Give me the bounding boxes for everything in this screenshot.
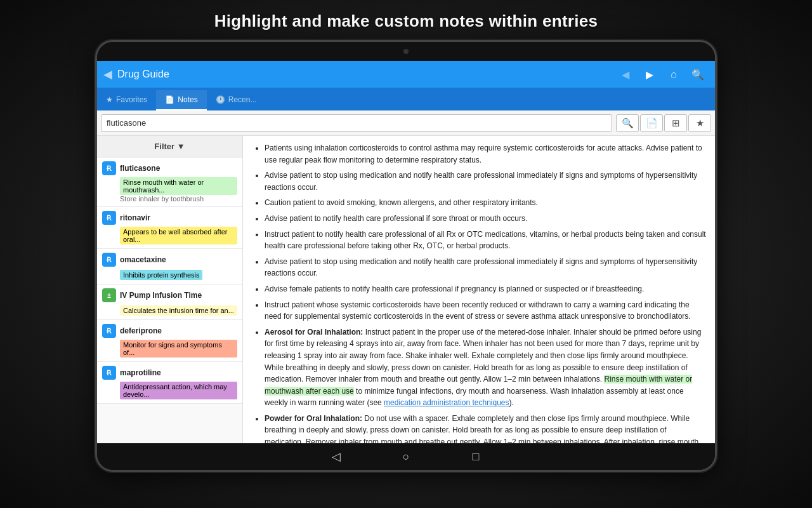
note-highlight-omacetaxine: Inhibits protein synthesis (120, 270, 202, 280)
tab-recent-label: Recen... (228, 95, 257, 104)
note-highlight-fluticasone: Rinse mouth with water or mouthwash... (120, 177, 237, 195)
drug-name-maprotiline: maprotiline (120, 368, 161, 377)
filter-bar[interactable]: Filter ▼ (97, 136, 242, 157)
home-button[interactable]: ⌂ (663, 64, 684, 85)
search-magnify-button[interactable]: 🔍 (616, 114, 639, 132)
tablet-top-bar (97, 42, 715, 61)
nav-next-button[interactable]: ▶ (639, 64, 660, 85)
search-doc-button[interactable]: 📄 (640, 114, 663, 132)
nav-prev-button[interactable]: ◀ (615, 64, 636, 85)
drug-icon-deferiprone: Ɍ (102, 324, 116, 338)
drug-icon-fluticasone: Ɍ (102, 161, 116, 175)
search-button[interactable]: 🔍 (687, 64, 709, 85)
bullet-1: Patients using inhalation corticosteroid… (265, 142, 706, 166)
note-highlight-ivpump: Calculates the infusion time for an... (120, 305, 237, 316)
sidebar: Filter ▼ Ɍ fluticasone Rinse mouth with … (97, 136, 243, 443)
android-home-button[interactable]: ○ (396, 447, 416, 466)
drug-name-ivpump: IV Pump Infusion Time (120, 291, 202, 300)
sidebar-item-ivpump[interactable]: ± IV Pump Infusion Time Calculates the i… (97, 284, 242, 320)
drug-icon-omacetaxine: Ɍ (102, 253, 116, 267)
drug-name-omacetaxine: omacetaxine (120, 255, 166, 264)
sidebar-item-ritonavir[interactable]: Ɍ ritonavir Appears to be well absorbed … (97, 207, 242, 249)
bullet-6: Advise patient to stop using medication … (265, 256, 706, 279)
drug-icon-ritonavir: Ɍ (102, 211, 116, 225)
tab-notes-label: Notes (178, 95, 197, 104)
highlighted-rinse-text: Rinse mouth with water or mouthwash afte… (265, 375, 692, 396)
tab-favorites[interactable]: ★ Favorites (97, 90, 156, 110)
content-pane[interactable]: Patients using inhalation corticosteroid… (243, 136, 715, 443)
page-header: Highlight and make custom notes within e… (202, 0, 611, 40)
sidebar-item-deferiprone[interactable]: Ɍ deferiprone Monitor for signs and symp… (97, 320, 242, 362)
search-input-wrapper[interactable]: fluticasone (101, 114, 612, 132)
app-title: Drug Guide (117, 69, 615, 80)
content-list: Patients using inhalation corticosteroid… (252, 142, 706, 443)
drug-name-deferiprone: deferiprone (120, 326, 162, 335)
bullet-3: Caution patient to avoid smoking, known … (265, 197, 706, 209)
drug-name-fluticasone: fluticasone (120, 164, 160, 173)
android-apps-button[interactable]: □ (466, 447, 485, 466)
search-grid-button[interactable]: ⊞ (664, 114, 687, 132)
bullet-4: Advise patient to notify health care pro… (265, 213, 706, 225)
android-back-button[interactable]: ◁ (327, 447, 346, 466)
note-highlight-deferiprone: Monitor for signs and symptoms of... (120, 340, 237, 358)
search-value: fluticasone (107, 118, 606, 128)
bullet-aerosol: Aerosol for Oral Inhalation: Instruct pa… (265, 326, 706, 409)
tablet-wrapper: ◀ Drug Guide ◀ ▶ ⌂ 🔍 ★ Favorites 📄 Notes… (95, 40, 717, 472)
sidebar-item-fluticasone[interactable]: Ɍ fluticasone Rinse mouth with water or … (97, 157, 242, 207)
tab-favorites-label: Favorites (116, 95, 147, 104)
drug-icon-maprotiline: Ɍ (102, 366, 116, 380)
bullet-8: Instruct patient whose systemic corticos… (265, 299, 706, 323)
drug-icon-ivpump: ± (102, 288, 116, 302)
header-nav: ◀ ▶ ⌂ 🔍 (615, 64, 709, 85)
app-header: ◀ Drug Guide ◀ ▶ ⌂ 🔍 (97, 61, 715, 88)
note-highlight-maprotiline: Antidepressant action, which may develo.… (120, 382, 237, 399)
drug-name-ritonavir: ritonavir (120, 213, 150, 222)
sidebar-item-omacetaxine[interactable]: Ɍ omacetaxine Inhibits protein synthesis (97, 249, 242, 284)
tablet-camera (403, 49, 409, 54)
tab-recent[interactable]: 🕐 Recen... (207, 90, 266, 110)
tablet-screen: ◀ Drug Guide ◀ ▶ ⌂ 🔍 ★ Favorites 📄 Notes… (97, 61, 715, 443)
bullet-2: Advise patient to stop using medication … (265, 170, 706, 193)
tab-notes[interactable]: 📄 Notes (156, 90, 206, 110)
search-bar: fluticasone 🔍 📄 ⊞ ★ (97, 110, 715, 136)
sidebar-item-maprotiline[interactable]: Ɍ maprotiline Antidepressant action, whi… (97, 362, 242, 404)
link-admin-techniques-1[interactable]: medication administration techniques (384, 398, 509, 407)
recent-icon: 🕐 (216, 95, 225, 104)
bullet-powder: Powder for Oral Inhalation: Do not use w… (265, 413, 706, 443)
back-button[interactable]: ◀ (103, 67, 112, 81)
bullet-5: Instruct patient to notify health care p… (265, 229, 706, 252)
search-star-button[interactable]: ★ (688, 114, 711, 132)
sidebar-list: Ɍ fluticasone Rinse mouth with water or … (97, 157, 242, 443)
bullet-7: Advise female patients to notify health … (265, 283, 706, 295)
filter-label: Filter ▼ (154, 142, 185, 151)
main-content: Filter ▼ Ɍ fluticasone Rinse mouth with … (97, 136, 715, 443)
notes-icon: 📄 (165, 95, 174, 104)
favorites-icon: ★ (106, 95, 113, 104)
note-sub-fluticasone: Store inhaler by toothbrush (120, 195, 237, 203)
tab-bar: ★ Favorites 📄 Notes 🕐 Recen... (97, 88, 715, 110)
note-highlight-ritonavir: Appears to be well absorbed after oral..… (120, 227, 237, 244)
tablet-bottom-bar: ◁ ○ □ (97, 443, 715, 470)
